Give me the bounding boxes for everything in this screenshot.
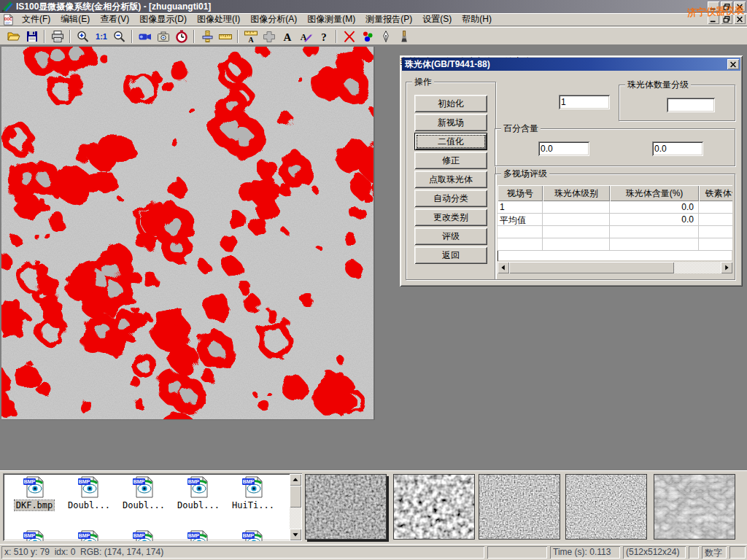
op-button-pick-pearlite[interactable]: 点取珠光体 bbox=[414, 171, 487, 188]
table-row[interactable]: 平均值 0.0 bbox=[498, 214, 732, 226]
menu-settings[interactable]: 设置(S) bbox=[417, 12, 457, 26]
table-header-row: 视场号 珠光体级别 珠光体含量(%) 铁素体含量(%) bbox=[498, 185, 732, 201]
sample-thumbnail-4[interactable] bbox=[565, 474, 647, 540]
child-restore-button[interactable] bbox=[721, 14, 732, 24]
table-row[interactable] bbox=[498, 238, 732, 251]
file-vscrollbar[interactable] bbox=[290, 474, 301, 540]
op-button-return[interactable]: 返回 bbox=[414, 246, 487, 264]
file-item[interactable] bbox=[226, 530, 280, 541]
brush-button[interactable] bbox=[395, 28, 413, 44]
annotate-button[interactable]: A bbox=[296, 28, 314, 44]
sample-thumbnail-5[interactable] bbox=[654, 474, 735, 540]
menu-image-display[interactable]: 图像显示(D) bbox=[134, 12, 192, 26]
phase-balls-button[interactable] bbox=[358, 28, 376, 44]
file-name[interactable]: Doubl... bbox=[62, 500, 116, 510]
file-item[interactable]: HuiTi... bbox=[226, 476, 280, 510]
toolbar-separator bbox=[336, 30, 337, 43]
titlebar[interactable]: IS100显微摄像系统(金相分析版) - [zhuguangti01] bbox=[0, 0, 747, 13]
caliper-button[interactable] bbox=[198, 28, 216, 44]
sample-thumbnail-3[interactable] bbox=[479, 474, 560, 540]
cell bbox=[543, 226, 610, 238]
file-item[interactable]: Doubl... bbox=[62, 476, 116, 510]
file-item[interactable] bbox=[7, 530, 61, 541]
scrollbar-track[interactable] bbox=[290, 486, 301, 529]
file-item[interactable] bbox=[117, 530, 171, 541]
scroll-left-button[interactable] bbox=[498, 262, 509, 273]
percent-group-title: 百分含量 bbox=[501, 123, 541, 133]
table-row[interactable]: 1 0.0 bbox=[498, 201, 732, 214]
bmp-file-icon bbox=[241, 476, 265, 498]
bmp-file-icon bbox=[23, 476, 46, 498]
sample-thumbnail-1[interactable] bbox=[305, 474, 387, 540]
text-button[interactable]: A bbox=[278, 28, 296, 44]
sample-thumbnail-2[interactable] bbox=[393, 474, 475, 540]
cell bbox=[498, 238, 543, 251]
zoom-in-button[interactable] bbox=[74, 28, 92, 44]
print-button[interactable] bbox=[48, 28, 66, 44]
table-row[interactable] bbox=[498, 226, 732, 238]
level-input[interactable] bbox=[667, 98, 715, 112]
restore-button[interactable] bbox=[721, 1, 732, 12]
dialog-close-button[interactable] bbox=[727, 59, 739, 69]
scrollbar-thumb[interactable] bbox=[290, 486, 301, 508]
measure-label-button[interactable]: A bbox=[241, 28, 260, 44]
file-item[interactable]: DKF.bmp bbox=[7, 476, 61, 510]
scrollbar-track[interactable] bbox=[509, 262, 721, 273]
file-name[interactable]: DKF.bmp bbox=[15, 500, 55, 510]
dialog-titlebar[interactable]: 珠光体(GB/T9441-88) bbox=[402, 58, 740, 71]
curve-tool-button[interactable] bbox=[340, 28, 358, 44]
ruler-button[interactable] bbox=[216, 28, 234, 44]
actual-size-button[interactable]: 1:1 bbox=[92, 28, 110, 44]
child-close-button[interactable] bbox=[734, 14, 746, 24]
menu-view[interactable]: 查看(V) bbox=[95, 12, 134, 26]
menu-image-measure[interactable]: 图像测量(M) bbox=[302, 12, 360, 26]
cell bbox=[699, 238, 732, 251]
op-button-rate[interactable]: 评级 bbox=[414, 228, 487, 245]
save-button[interactable] bbox=[23, 28, 41, 44]
close-button[interactable] bbox=[734, 1, 746, 12]
ferrite-percent-input[interactable] bbox=[652, 141, 703, 156]
child-minimize-button[interactable] bbox=[708, 14, 719, 24]
capture-button[interactable] bbox=[154, 28, 172, 44]
pen-button[interactable] bbox=[376, 28, 395, 44]
file-item[interactable] bbox=[62, 530, 116, 541]
scrollbar-thumb[interactable] bbox=[509, 262, 674, 273]
file-name[interactable]: HuiTi... bbox=[226, 500, 280, 510]
timer-button[interactable] bbox=[172, 28, 190, 44]
menu-report[interactable]: 测量报告(P) bbox=[360, 12, 417, 26]
file-name[interactable]: Doubl... bbox=[171, 500, 225, 510]
file-item[interactable]: Doubl... bbox=[171, 476, 225, 510]
file-name[interactable]: Doubl... bbox=[117, 500, 171, 510]
help-button[interactable]: ? bbox=[314, 28, 333, 44]
video-camera-button[interactable] bbox=[136, 28, 154, 44]
op-button-correct[interactable]: 修正 bbox=[414, 152, 487, 169]
bmp-file-icon bbox=[132, 476, 155, 498]
op-button-initialize[interactable]: 初始化 bbox=[414, 95, 487, 112]
status-image-size: (512x512x24) bbox=[623, 546, 686, 559]
file-item[interactable]: Doubl... bbox=[117, 476, 171, 510]
status-empty-panel bbox=[689, 546, 699, 559]
current-field-input[interactable] bbox=[559, 95, 610, 109]
status-empty-panel bbox=[487, 546, 547, 559]
bmp-file-icon bbox=[77, 476, 101, 498]
op-button-binarize[interactable]: 二值化 bbox=[414, 133, 487, 150]
pearlite-percent-input[interactable] bbox=[538, 141, 589, 156]
scroll-up-button[interactable] bbox=[290, 474, 301, 486]
menu-help[interactable]: 帮助(H) bbox=[457, 12, 497, 26]
zoom-out-button[interactable] bbox=[110, 28, 128, 44]
scroll-down-button[interactable] bbox=[290, 529, 301, 540]
menu-image-analysis[interactable]: 图像分析(A) bbox=[245, 12, 302, 26]
minimize-button[interactable] bbox=[708, 1, 719, 12]
menu-image-process[interactable]: 图像处理(I) bbox=[192, 12, 245, 26]
open-file-button[interactable] bbox=[4, 28, 23, 44]
op-button-new-field[interactable]: 新视场 bbox=[414, 114, 487, 131]
table-hscrollbar[interactable] bbox=[498, 262, 732, 273]
op-button-auto-classify[interactable]: 自动分类 bbox=[414, 190, 487, 207]
op-button-change-class[interactable]: 更改类别 bbox=[414, 209, 487, 226]
file-item[interactable] bbox=[171, 530, 225, 541]
scroll-right-button[interactable] bbox=[721, 262, 732, 273]
menu-file[interactable]: 文件(F) bbox=[17, 12, 55, 26]
merge-button[interactable] bbox=[260, 28, 278, 44]
micrograph-image[interactable] bbox=[1, 47, 375, 420]
menu-edit[interactable]: 编辑(E) bbox=[55, 12, 95, 26]
